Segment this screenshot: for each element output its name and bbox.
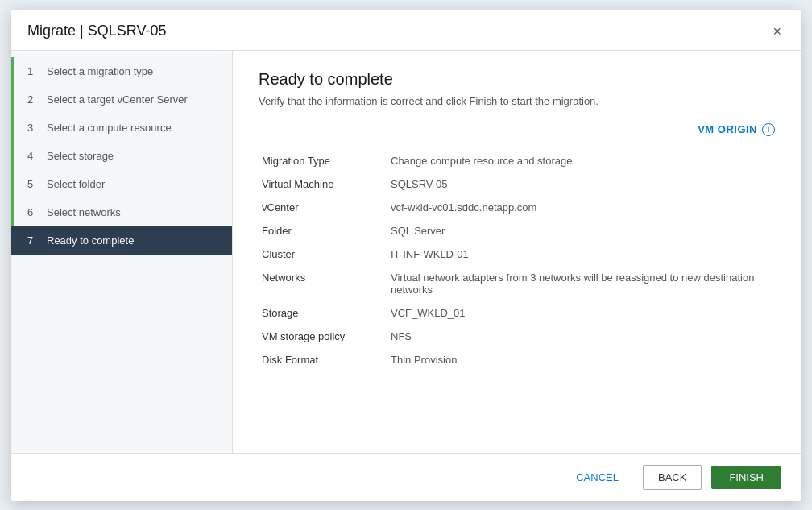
- step-number: 3: [27, 122, 40, 134]
- finish-button[interactable]: FINISH: [711, 466, 781, 489]
- sidebar-step-2[interactable]: 2Select a target vCenter Server: [11, 85, 232, 114]
- content-title: Ready to complete: [259, 70, 775, 89]
- table-row: Virtual MachineSQLSRV-05: [259, 172, 775, 196]
- dialog-header: Migrate | SQLSRV-05 ×: [11, 10, 801, 51]
- detail-value: SQLSRV-05: [387, 172, 775, 196]
- step-label: Select a target vCenter Server: [47, 93, 188, 106]
- migrate-dialog: Migrate | SQLSRV-05 × 1Select a migratio…: [11, 10, 801, 501]
- step-label: Select networks: [47, 206, 121, 218]
- detail-value: vcf-wkld-vc01.sddc.netapp.com: [387, 196, 775, 219]
- detail-value: NFS: [387, 325, 775, 348]
- detail-value: VCF_WKLD_01: [387, 301, 775, 325]
- table-row: VM storage policyNFS: [259, 325, 775, 348]
- sidebar-step-3[interactable]: 3Select a compute resource: [11, 114, 232, 142]
- back-button[interactable]: BACK: [643, 465, 702, 490]
- sidebar-step-1[interactable]: 1Select a migration type: [11, 57, 232, 85]
- table-row: Migration TypeChange compute resource an…: [259, 149, 775, 172]
- step-number: 2: [27, 93, 40, 106]
- dialog-title: Migrate | SQLSRV-05: [27, 23, 166, 39]
- step-number: 4: [27, 150, 40, 162]
- table-row: NetworksVirtual network adapters from 3 …: [259, 266, 775, 301]
- detail-value: Thin Provision: [387, 348, 775, 371]
- detail-label: Storage: [259, 301, 387, 325]
- table-row: ClusterIT-INF-WKLD-01: [259, 243, 775, 266]
- table-row: Disk FormatThin Provision: [259, 348, 775, 371]
- step-label: Select a migration type: [47, 65, 153, 77]
- table-row: FolderSQL Server: [259, 219, 775, 243]
- vm-origin-bar: VM ORIGIN i: [259, 123, 775, 136]
- detail-label: VM storage policy: [259, 325, 387, 348]
- sidebar: 1Select a migration type2Select a target…: [11, 51, 233, 453]
- step-number: 6: [27, 206, 40, 218]
- step-label: Select storage: [47, 150, 114, 162]
- table-row: vCentervcf-wkld-vc01.sddc.netapp.com: [259, 196, 775, 219]
- detail-label: Disk Format: [259, 348, 387, 371]
- step-label: Select a compute resource: [47, 122, 172, 134]
- step-label: Select folder: [47, 178, 105, 190]
- detail-value: SQL Server: [387, 219, 775, 243]
- cancel-button[interactable]: CANCEL: [561, 466, 633, 489]
- info-icon[interactable]: i: [762, 123, 775, 136]
- dialog-footer: CANCEL BACK FINISH: [11, 453, 801, 501]
- detail-label: Migration Type: [259, 149, 387, 172]
- content-subtitle: Verify that the information is correct a…: [259, 95, 775, 107]
- detail-label: vCenter: [259, 196, 387, 219]
- detail-label: Virtual Machine: [259, 172, 387, 196]
- detail-label: Networks: [259, 266, 387, 301]
- sidebar-step-6[interactable]: 6Select networks: [11, 198, 232, 226]
- step-number: 5: [27, 178, 40, 190]
- main-content: Ready to complete Verify that the inform…: [233, 51, 801, 453]
- detail-label: Folder: [259, 219, 387, 243]
- detail-value: Change compute resource and storage: [387, 149, 775, 172]
- detail-value: IT-INF-WKLD-01: [387, 243, 775, 266]
- vm-origin-link[interactable]: VM ORIGIN: [698, 123, 757, 135]
- dialog-body: 1Select a migration type2Select a target…: [11, 51, 801, 453]
- sidebar-step-5[interactable]: 5Select folder: [11, 170, 232, 198]
- detail-value: Virtual network adapters from 3 networks…: [387, 266, 775, 301]
- step-number: 1: [27, 65, 40, 77]
- sidebar-step-4[interactable]: 4Select storage: [11, 142, 232, 170]
- step-label: Ready to complete: [47, 234, 134, 247]
- close-icon[interactable]: ×: [769, 23, 785, 40]
- table-row: StorageVCF_WKLD_01: [259, 301, 775, 325]
- step-number: 7: [27, 234, 40, 247]
- sidebar-step-7[interactable]: 7Ready to complete: [11, 226, 232, 255]
- details-table: Migration TypeChange compute resource an…: [259, 149, 775, 371]
- detail-label: Cluster: [259, 243, 387, 266]
